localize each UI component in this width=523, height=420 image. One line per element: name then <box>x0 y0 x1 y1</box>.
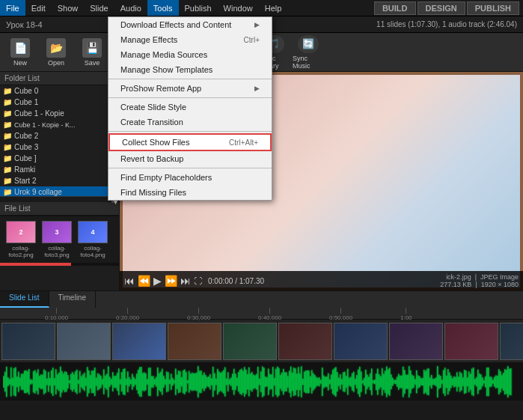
menu-window[interactable]: Window <box>218 0 259 16</box>
svg-rect-216 <box>325 377 326 386</box>
menu-publish[interactable]: Publish <box>179 0 218 16</box>
fullscreen-button[interactable]: ⛶ <box>194 277 202 285</box>
svg-rect-95 <box>144 372 145 391</box>
folder-cube3[interactable]: 📁 Cube 3 <box>0 141 119 153</box>
open-button[interactable]: 📂 Open <box>39 35 73 70</box>
svg-rect-156 <box>235 374 236 390</box>
file-thumb-2[interactable]: 3 collag-foto3.png <box>40 221 73 258</box>
svg-rect-314 <box>471 368 473 395</box>
sync-music-button[interactable]: 🔄 Sync Music <box>293 35 324 70</box>
svg-rect-213 <box>320 380 322 384</box>
folder-urok9collage[interactable]: 📁 Urok 9 collage <box>0 186 119 196</box>
publish-button[interactable]: PUBLISH <box>467 1 519 15</box>
svg-rect-11 <box>18 372 19 392</box>
svg-rect-183 <box>275 369 277 395</box>
menu-audio[interactable]: Audio <box>114 0 147 16</box>
folder-cube1-kopie-k[interactable]: 📁 Cube 1 - Kopie - K... <box>0 119 119 130</box>
svg-rect-163 <box>245 370 247 394</box>
slide-thumb-1[interactable] <box>1 323 55 360</box>
svg-rect-189 <box>284 372 286 392</box>
svg-rect-199 <box>299 374 301 390</box>
skip-end-button[interactable]: ⏭ <box>180 276 191 286</box>
svg-rect-38 <box>58 373 60 392</box>
svg-rect-277 <box>416 371 418 394</box>
slide-thumb-5[interactable] <box>223 323 277 360</box>
folder-ramki[interactable]: 📁 Ramki <box>0 164 119 175</box>
menu-slide[interactable]: Slide <box>84 0 114 16</box>
menu-tools[interactable]: Tools <box>147 0 179 16</box>
folder-start2[interactable]: 📁 Start 2 <box>0 175 119 186</box>
dd-manage-effects[interactable]: Manage Effects Ctrl+ <box>108 32 272 47</box>
svg-rect-321 <box>482 377 483 386</box>
svg-rect-23 <box>36 373 37 391</box>
dd-collect-show-files[interactable]: Collect Show Files Ctrl+Alt+ <box>108 133 272 151</box>
slide-thumb-2[interactable] <box>57 323 111 360</box>
svg-rect-165 <box>248 368 250 397</box>
folder-list[interactable]: 📁 Cube 0 📁 Cube 1 📁 Cube 1 - Kopie 📁 Cub… <box>0 85 119 196</box>
svg-rect-122 <box>184 369 186 394</box>
folder-cube0[interactable]: 📁 Cube 0 <box>0 85 119 97</box>
dd-create-transition[interactable]: Create Transition <box>108 115 272 130</box>
folder-cube-bracket[interactable]: 📁 Cube ] <box>0 153 119 164</box>
svg-rect-193 <box>290 367 292 398</box>
dd-create-slide-style[interactable]: Create Slide Style <box>108 100 272 115</box>
svg-rect-16 <box>25 371 27 393</box>
folder-cube2[interactable]: 📁 Cube 2 <box>0 130 119 141</box>
dd-find-missing[interactable]: Find Missing Files <box>108 185 272 200</box>
svg-rect-263 <box>395 380 397 384</box>
menu-edit[interactable]: Edit <box>25 0 52 16</box>
new-button[interactable]: 📄 New <box>3 35 37 70</box>
svg-rect-333 <box>500 371 501 392</box>
svg-rect-21 <box>33 371 34 393</box>
step-back-button[interactable]: ⏪ <box>138 276 150 286</box>
folder-cube1[interactable]: 📁 Cube 1 <box>0 97 119 108</box>
svg-rect-113 <box>171 374 172 389</box>
svg-rect-45 <box>69 380 70 383</box>
dd-download-effects[interactable]: Download Effects and Content ▶ <box>108 17 272 32</box>
svg-rect-290 <box>435 377 437 386</box>
slide-thumb-9[interactable] <box>444 323 498 360</box>
svg-rect-309 <box>464 370 465 394</box>
tab-slide-list[interactable]: Slide List <box>0 291 49 308</box>
design-button[interactable]: DESIGN <box>418 1 465 15</box>
svg-rect-37 <box>57 374 58 389</box>
svg-rect-282 <box>423 370 425 394</box>
svg-rect-304 <box>456 372 458 392</box>
slide-thumb-3[interactable] <box>112 323 166 360</box>
svg-rect-8 <box>13 368 15 395</box>
dd-manage-templates[interactable]: Manage Show Templates <box>108 62 272 77</box>
svg-rect-235 <box>353 371 355 392</box>
menu-help[interactable]: Help <box>259 0 288 16</box>
slide-thumb-7[interactable] <box>334 323 388 360</box>
svg-rect-154 <box>232 374 233 390</box>
svg-rect-10 <box>16 377 18 387</box>
svg-rect-214 <box>322 368 323 396</box>
step-forward-button[interactable]: ⏩ <box>165 276 177 286</box>
svg-rect-150 <box>226 379 227 386</box>
slide-thumb-6[interactable] <box>278 323 332 360</box>
svg-rect-59 <box>90 375 91 389</box>
svg-rect-310 <box>465 371 467 393</box>
folder-cube1-kopie[interactable]: 📁 Cube 1 - Kopie <box>0 108 119 119</box>
build-button[interactable]: BUILD <box>374 1 416 15</box>
file-thumb-3[interactable]: 4 collag-foto4.png <box>76 221 109 258</box>
save-button[interactable]: 💾 Save <box>75 35 109 70</box>
slide-thumb-4[interactable] <box>168 323 221 360</box>
tab-timeline[interactable]: Timeline <box>49 291 96 308</box>
dd-find-empty[interactable]: Find Empty Placeholders <box>108 170 272 185</box>
svg-rect-283 <box>425 371 426 393</box>
svg-rect-149 <box>224 368 226 397</box>
file-thumb-1[interactable]: 2 collag-foto2.png <box>4 221 37 258</box>
menu-file[interactable]: File <box>0 0 25 16</box>
svg-rect-139 <box>209 374 211 390</box>
dd-revert-backup[interactable]: Revert to Backup <box>108 151 272 166</box>
skip-start-button[interactable]: ⏮ <box>124 276 135 286</box>
dd-proshow-remote[interactable]: ProShow Remote App ▶ <box>108 81 272 96</box>
slide-thumb-10[interactable] <box>500 323 523 360</box>
menu-show[interactable]: Show <box>52 0 85 16</box>
dd-manage-media[interactable]: Manage Media Sources <box>108 47 272 62</box>
svg-rect-76 <box>115 376 117 388</box>
svg-rect-153 <box>230 377 232 386</box>
play-button[interactable]: ▶ <box>153 276 162 286</box>
slide-thumb-8[interactable] <box>389 323 443 360</box>
